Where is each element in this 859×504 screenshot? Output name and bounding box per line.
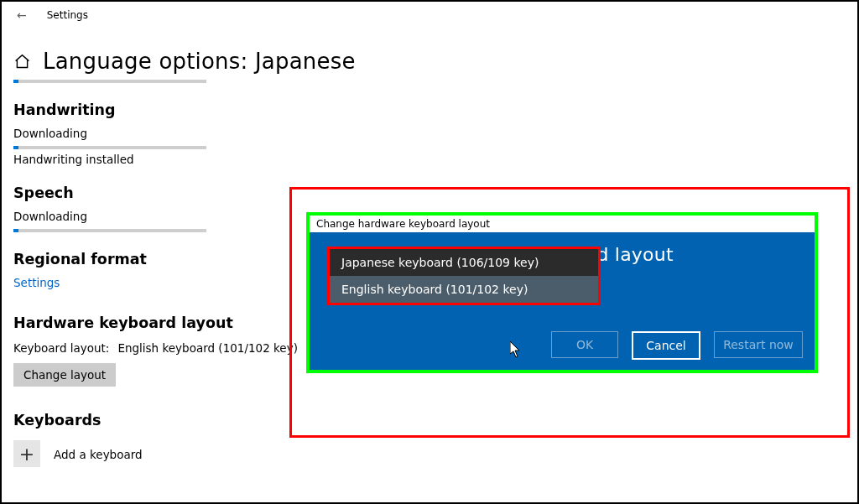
add-keyboard-label[interactable]: Add a keyboard bbox=[54, 448, 143, 461]
dialog-ok-button[interactable]: OK bbox=[551, 331, 618, 358]
change-layout-button[interactable]: Change layout bbox=[13, 363, 116, 387]
handwriting-status: Downloading bbox=[13, 127, 846, 140]
handwriting-heading: Handwriting bbox=[13, 101, 846, 118]
speech-progress bbox=[13, 229, 206, 232]
dialog-restart-button[interactable]: Restart now bbox=[714, 331, 803, 358]
keyboard-layout-dropdown[interactable]: Japanese keyboard (106/109 key) English … bbox=[330, 249, 598, 303]
home-icon[interactable] bbox=[13, 53, 31, 70]
progress-bar bbox=[13, 80, 206, 83]
plus-icon: + bbox=[19, 444, 34, 465]
dropdown-item-english[interactable]: English keyboard (101/102 key) bbox=[330, 276, 598, 303]
keyboard-layout-value: English keyboard (101/102 key) bbox=[117, 341, 297, 355]
page-title: Language options: Japanese bbox=[43, 49, 356, 74]
dropdown-item-japanese[interactable]: Japanese keyboard (106/109 key) bbox=[330, 249, 598, 276]
keyboards-heading: Keyboards bbox=[13, 412, 846, 429]
dialog-cancel-button[interactable]: Cancel bbox=[632, 331, 700, 360]
cursor-icon bbox=[510, 341, 522, 358]
keyboard-layout-label: Keyboard layout: bbox=[13, 341, 109, 355]
speech-heading: Speech bbox=[13, 184, 846, 201]
back-button[interactable]: ← bbox=[10, 7, 34, 23]
dialog-frame-title: Change hardware keyboard layout bbox=[310, 216, 815, 232]
handwriting-progress bbox=[13, 146, 206, 149]
annotation-box-dropdown: Japanese keyboard (106/109 key) English … bbox=[327, 247, 601, 305]
handwriting-installed: Handwriting installed bbox=[13, 153, 846, 166]
window-title: Settings bbox=[47, 9, 88, 21]
add-keyboard-tile[interactable]: + bbox=[13, 440, 40, 467]
